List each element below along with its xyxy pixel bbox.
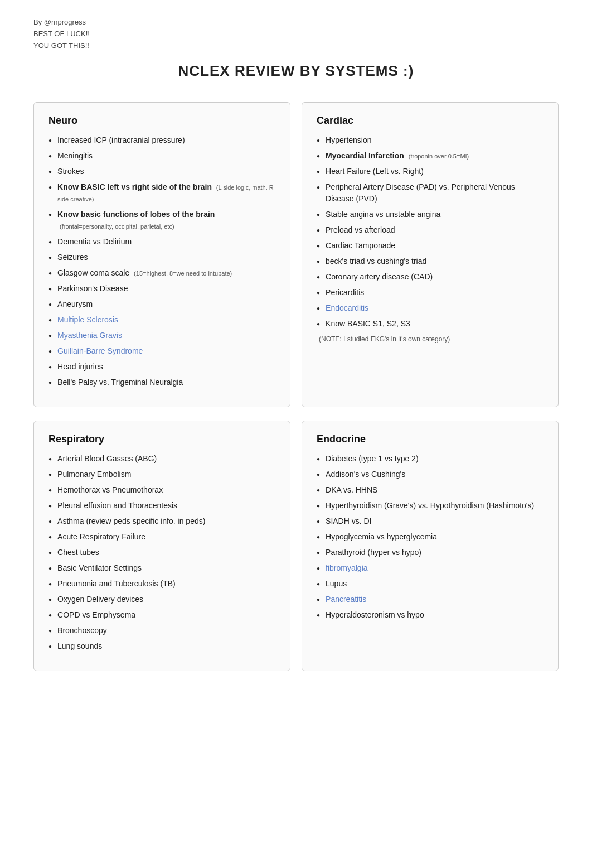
list-item: Basic Ventilator Settings: [48, 562, 275, 574]
list-item: Seizures: [48, 252, 275, 263]
respiratory-title: Respiratory: [48, 433, 275, 445]
list-item: Chest tubes: [48, 547, 275, 558]
list-item: Know BASIC S1, S2, S3: [317, 318, 544, 330]
list-item: Myasthenia Gravis: [48, 330, 275, 341]
list-item: Stable angina vs unstable angina: [317, 209, 544, 220]
list-item: Lung sounds: [48, 640, 275, 652]
list-item: Cardiac Tamponade: [317, 240, 544, 252]
list-item: Know BASIC left vs right side of the bra…: [48, 181, 275, 205]
endocrine-list: Diabetes (type 1 vs type 2) Addison's vs…: [317, 453, 544, 621]
list-item: Guillain-Barre Syndrome: [48, 345, 275, 357]
list-item: Preload vs afterload: [317, 224, 544, 236]
neuro-list: Increased ICP (intracranial pressure) Me…: [48, 134, 275, 388]
list-item: Oxygen Delivery devices: [48, 594, 275, 605]
list-item: Strokes: [48, 166, 275, 177]
list-item: Asthma (review peds specific info. in pe…: [48, 515, 275, 527]
list-item: beck's triad vs cushing's triad: [317, 255, 544, 267]
endocrine-title: Endocrine: [317, 433, 544, 445]
cardiac-title: Cardiac: [317, 115, 544, 127]
list-item: fibromyalgia: [317, 562, 544, 574]
respiratory-list: Arterial Blood Gasses (ABG) Pulmonary Em…: [48, 453, 275, 652]
list-item: SIADH vs. DI: [317, 515, 544, 527]
list-item: Glasgow coma scale (15=highest, 8=we nee…: [48, 267, 275, 279]
list-item: Know basic functions of lobes of the bra…: [48, 209, 275, 232]
list-item: Addison's vs Cushing's: [317, 469, 544, 480]
list-item: Hyperaldosteronism vs hypo: [317, 609, 544, 621]
list-item: Acute Respiratory Failure: [48, 531, 275, 543]
list-item: Pleural effusion and Thoracentesis: [48, 500, 275, 512]
list-item: Diabetes (type 1 vs type 2): [317, 453, 544, 465]
neuro-card: Neuro Increased ICP (intracranial pressu…: [33, 102, 290, 407]
list-item: Peripheral Artery Disease (PAD) vs. Peri…: [317, 181, 544, 205]
list-item: Pulmonary Embolism: [48, 469, 275, 480]
list-item: Parathyroid (hyper vs hypo): [317, 547, 544, 558]
list-item: Heart Failure (Left vs. Right): [317, 166, 544, 177]
list-item: Head injuries: [48, 361, 275, 373]
list-item: Hemothorax vs Pneumothorax: [48, 484, 275, 496]
list-item: COPD vs Emphysema: [48, 609, 275, 621]
page-title: NCLEX REVIEW BY SYSTEMS :): [33, 62, 559, 80]
list-item: Bronchoscopy: [48, 625, 275, 636]
byline-line2: BEST OF LUCK!!: [33, 28, 559, 40]
list-item: Endocarditis: [317, 302, 544, 314]
respiratory-card: Respiratory Arterial Blood Gasses (ABG) …: [33, 421, 290, 671]
list-item: Lupus: [317, 578, 544, 590]
list-item: Pneumonia and Tuberculosis (TB): [48, 578, 275, 590]
list-item: Pericarditis: [317, 287, 544, 298]
top-grid: Neuro Increased ICP (intracranial pressu…: [33, 102, 559, 407]
byline-line1: By @rnprogress: [33, 17, 559, 28]
endocrine-card: Endocrine Diabetes (type 1 vs type 2) Ad…: [302, 421, 559, 671]
list-item: Multiple Sclerosis: [48, 314, 275, 326]
list-item: Arterial Blood Gasses (ABG): [48, 453, 275, 465]
list-item: Coronary artery disease (CAD): [317, 271, 544, 283]
list-item: Bell's Palsy vs. Trigeminal Neuralgia: [48, 377, 275, 388]
list-item: Hypertension: [317, 134, 544, 146]
byline-line3: YOU GOT THIS!!: [33, 40, 559, 52]
cardiac-list: Hypertension Myocardial Infarction (trop…: [317, 134, 544, 330]
list-item: Hyperthyroidism (Grave's) vs. Hypothyroi…: [317, 500, 544, 512]
list-item: Meningitis: [48, 150, 275, 162]
list-item: Pancreatitis: [317, 594, 544, 605]
cardiac-card: Cardiac Hypertension Myocardial Infarcti…: [302, 102, 559, 407]
cardiac-note: (NOTE: I studied EKG's in it's own categ…: [319, 335, 544, 343]
list-item: Increased ICP (intracranial pressure): [48, 134, 275, 146]
list-item: Myocardial Infarction (troponin over 0.5…: [317, 150, 544, 162]
list-item: DKA vs. HHNS: [317, 484, 544, 496]
bottom-grid: Respiratory Arterial Blood Gasses (ABG) …: [33, 421, 559, 671]
list-item: Dementia vs Delirium: [48, 236, 275, 248]
list-item: Aneurysm: [48, 298, 275, 310]
byline: By @rnprogress BEST OF LUCK!! YOU GOT TH…: [33, 17, 559, 51]
list-item: Parkinson's Disease: [48, 283, 275, 295]
list-item: Hypoglycemia vs hyperglycemia: [317, 531, 544, 543]
neuro-title: Neuro: [48, 115, 275, 127]
